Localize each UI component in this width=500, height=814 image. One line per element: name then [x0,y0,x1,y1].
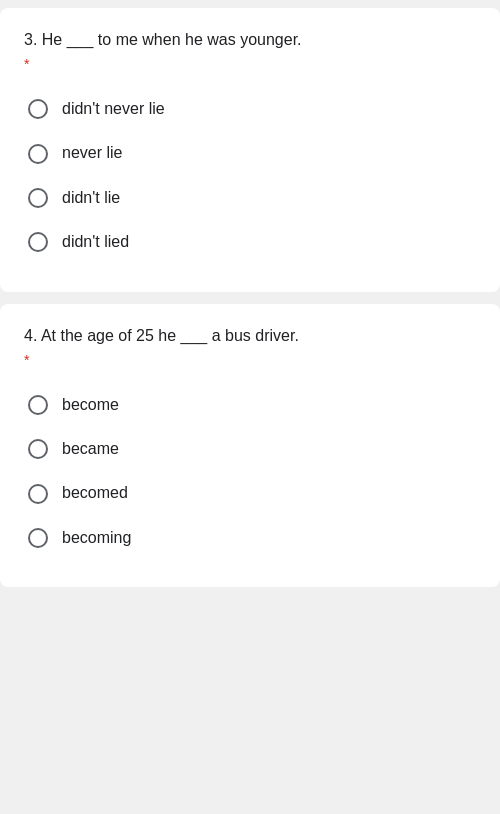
question-4-required: * [24,352,476,368]
option-q4-1-label: become [62,394,119,416]
option-q4-4[interactable]: becoming [24,517,476,559]
question-3-required: * [24,56,476,72]
radio-q3-1[interactable] [28,99,48,119]
option-q3-3[interactable]: didn't lie [24,177,476,219]
option-q3-1[interactable]: didn't never lie [24,88,476,130]
option-q3-2-label: never lie [62,142,122,164]
radio-q4-2[interactable] [28,439,48,459]
radio-q3-4[interactable] [28,232,48,252]
option-q4-2-label: became [62,438,119,460]
question-3-options: didn't never lie never lie didn't lie di… [24,88,476,264]
option-q3-4[interactable]: didn't lied [24,221,476,263]
option-q4-3[interactable]: becomed [24,472,476,514]
question-3-body: He ___ to me when he was younger. [42,31,302,48]
question-card-4: 4. At the age of 25 he ___ a bus driver.… [0,304,500,588]
option-q4-4-label: becoming [62,527,131,549]
question-3-number: 3. [24,31,37,48]
option-q3-3-label: didn't lie [62,187,120,209]
option-q4-2[interactable]: became [24,428,476,470]
radio-q4-3[interactable] [28,484,48,504]
option-q4-3-label: becomed [62,482,128,504]
option-q3-1-label: didn't never lie [62,98,165,120]
radio-q4-1[interactable] [28,395,48,415]
question-4-options: become became becomed becoming [24,384,476,560]
radio-q4-4[interactable] [28,528,48,548]
question-3-text: 3. He ___ to me when he was younger. [24,28,476,52]
radio-q3-3[interactable] [28,188,48,208]
radio-q3-2[interactable] [28,144,48,164]
question-4-body: At the age of 25 he ___ a bus driver. [41,327,299,344]
question-4-text: 4. At the age of 25 he ___ a bus driver. [24,324,476,348]
question-4-number: 4. [24,327,37,344]
question-card-3: 3. He ___ to me when he was younger. * d… [0,8,500,292]
option-q3-4-label: didn't lied [62,231,129,253]
option-q4-1[interactable]: become [24,384,476,426]
option-q3-2[interactable]: never lie [24,132,476,174]
